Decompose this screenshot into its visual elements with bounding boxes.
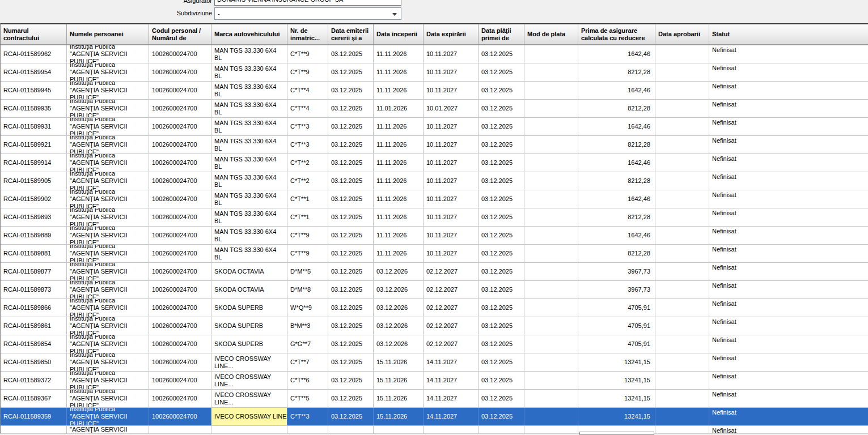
cell-statut[interactable]: Nefinisat [709,281,868,298]
cell-cod[interactable]: 1002600024700 [149,263,211,280]
cell-statut[interactable]: Nefinisat [709,353,868,371]
cell-plata[interactable] [479,426,524,433]
cell-nr[interactable]: C*T**1 [287,208,328,226]
cell-name[interactable]: Instituţia Publică "AGENŢIA SERVICII PUB… [67,82,149,99]
cell-mod[interactable] [524,227,578,244]
cell-expirare[interactable]: 14.11.2027 [424,353,479,371]
cell-name[interactable]: Instituţia Publică "AGENŢIA SERVICII PUB… [67,227,149,244]
cell-emitere[interactable]: 03.12.2025 [328,390,374,407]
table-row[interactable]: RCAI-011589877Instituţia Publică "AGENŢI… [1,263,868,281]
cell-prima[interactable]: 3967,73 [578,263,655,280]
cell-statut[interactable]: Nefinisat [709,408,868,425]
cell-emitere[interactable]: 03.12.2025 [328,172,374,190]
cell-mod[interactable] [524,154,578,172]
cell-mod[interactable] [524,100,578,117]
cell-statut[interactable]: Nefinisat [709,190,868,208]
cell-name[interactable]: Instituţia Publică "AGENŢIA SERVICII PUB… [67,154,149,172]
cell-statut[interactable]: Nefinisat [709,227,868,244]
table-row[interactable]: RCAI-011589850Instituţia Publică "AGENŢI… [1,353,868,372]
cell-emitere[interactable]: 03.12.2025 [328,227,374,244]
cell-incepere[interactable]: 11.11.2026 [374,227,424,244]
cell-contract[interactable]: RCAI-011589873 [1,281,67,298]
cell-prima[interactable]: 4705,91 [578,299,655,317]
cell-expirare[interactable]: 10.11.2027 [424,190,479,208]
cell-expirare[interactable]: 10.11.2027 [424,136,479,153]
cell-contract[interactable]: RCAI-011589962 [1,45,67,63]
cell-plata[interactable]: 03.12.2025 [479,45,524,63]
table-row[interactable]: RCAI-011589914Instituţia Publică "AGENŢI… [1,154,868,172]
cell-marca[interactable]: MAN TGS 33.330 6X4 BL [211,245,287,262]
cell-nr[interactable]: C*T**6 [287,372,328,389]
cell-nr[interactable]: C*T**9 [287,227,328,244]
cell-emitere[interactable]: 03.12.2025 [328,299,374,317]
cell-plata[interactable]: 03.12.2025 [479,281,524,298]
cell-name[interactable]: Instituţia Publică "AGENŢIA SERVICII PUB… [67,317,149,335]
cell-emitere[interactable]: 03.12.2025 [328,408,374,425]
cell-nr[interactable]: C*T**3 [287,118,328,135]
asigurator-input[interactable] [214,0,401,6]
cell-cod[interactable]: 1002600024700 [149,245,211,262]
cell-statut[interactable]: Nefinisat [709,390,868,407]
column-header-expirare[interactable]: Data expirării [424,24,479,44]
cell-nr[interactable]: B*M**3 [287,317,328,335]
cell-aprobare[interactable] [655,172,709,190]
cell-cod[interactable]: 1002600024700 [149,299,211,317]
table-row[interactable]: RCAI-011589905Instituţia Publică "AGENŢI… [1,172,868,190]
cell-expirare[interactable]: 02.12.2027 [424,263,479,280]
cell-plata[interactable]: 03.12.2025 [479,390,524,407]
cell-name[interactable]: Instituţia Publică "AGENŢIA SERVICII PUB… [67,245,149,262]
cell-name[interactable]: Instituţia Publică "AGENŢIA SERVICII PUB… [67,136,149,153]
cell-prima[interactable]: 13241,15 [578,372,655,389]
cell-incepere[interactable]: 15.11.2026 [374,353,424,371]
cell-aprobare[interactable] [655,281,709,298]
cell-statut[interactable]: Nefinisat [709,208,868,226]
cell-incepere[interactable]: 11.11.2026 [374,118,424,135]
cell-expirare[interactable]: 10.11.2027 [424,227,479,244]
cell-cod[interactable]: 1002600024700 [149,172,211,190]
cell-prima[interactable]: 8212,28 [578,208,655,226]
table-row[interactable]: RCAI-011589367Instituţia Publică "AGENŢI… [1,390,868,408]
cell-statut[interactable]: Nefinisat [709,63,868,81]
column-header-plata[interactable]: Data plăţii primei de [479,24,524,44]
cell-incepere[interactable]: 15.11.2026 [374,390,424,407]
table-row[interactable]: RCAI-011589861Instituţia Publică "AGENŢI… [1,317,868,335]
cell-contract[interactable]: RCAI-011589877 [1,263,67,280]
cell-expirare[interactable]: 10.11.2027 [424,245,479,262]
cell-contract[interactable]: RCAI-011589367 [1,390,67,407]
cell-statut[interactable]: Nefinisat [709,100,868,117]
cell-contract[interactable]: RCAI-011589914 [1,154,67,172]
cell-marca[interactable]: SKODA OCTAVIA [211,281,287,298]
cell-cod[interactable]: 1002600024700 [149,118,211,135]
cell-name[interactable]: Instituţia Publică "AGENŢIA SERVICII PUB… [67,299,149,317]
cell-emitere[interactable]: 03.12.2025 [328,281,374,298]
cell-statut[interactable]: Nefinisat [709,136,868,153]
cell-mod[interactable] [524,390,578,407]
cell-contract[interactable]: RCAI-011589954 [1,63,67,81]
table-row[interactable]: RCAI-011589881Instituţia Publică "AGENŢI… [1,245,868,263]
cell-plata[interactable]: 03.12.2025 [479,136,524,153]
cell-nr[interactable]: D*M**8 [287,281,328,298]
cell-nr[interactable]: C*T**5 [287,390,328,407]
cell-marca[interactable]: SKODA SUPERB [211,299,287,317]
cell-expirare[interactable]: 02.12.2027 [424,281,479,298]
cell-aprobare[interactable] [655,136,709,153]
table-row[interactable]: RCAI-011589893Instituţia Publică "AGENŢI… [1,208,868,227]
cell-mod[interactable] [524,118,578,135]
cell-marca[interactable]: IVECO CROSSWAY LINE 10 [211,408,287,425]
cell-prima[interactable]: 8212,28 [578,172,655,190]
cell-plata[interactable]: 03.12.2025 [479,317,524,335]
cell-name[interactable]: Instituţia Publică "AGENŢIA SERVICII PUB… [67,426,149,433]
cell-mod[interactable] [524,281,578,298]
cell-emitere[interactable]: 03.12.2025 [328,190,374,208]
cell-plata[interactable]: 03.12.2025 [479,208,524,226]
cell-aprobare[interactable] [655,299,709,317]
cell-emitere[interactable]: 03.12.2025 [328,245,374,262]
cell-nr[interactable]: D*M**5 [287,263,328,280]
cell-prima[interactable]: 8212,28 [578,245,655,262]
cell-mod[interactable] [524,299,578,317]
cell-statut[interactable]: Nefinisat [709,426,868,433]
cell-nr[interactable]: C*T**2 [287,172,328,190]
cell-statut[interactable]: Nefinisat [709,118,868,135]
cell-aprobare[interactable] [655,45,709,63]
cell-plata[interactable]: 03.12.2025 [479,263,524,280]
